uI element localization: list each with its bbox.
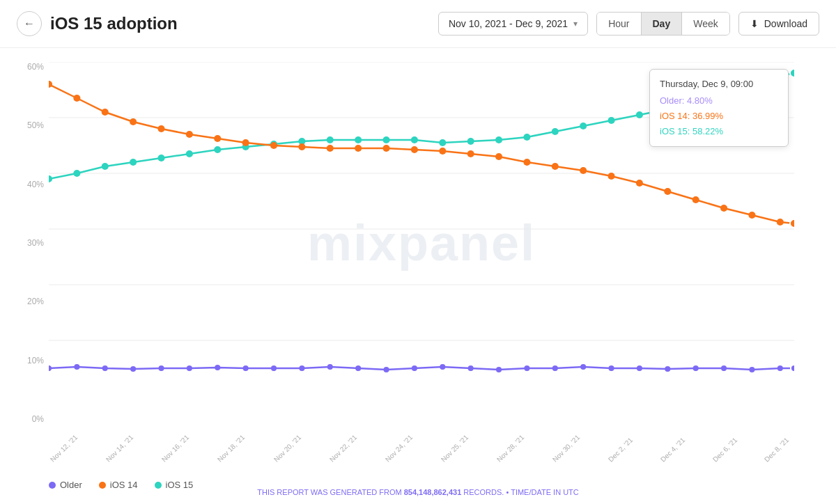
- svg-point-73: [440, 364, 445, 370]
- svg-point-51: [580, 167, 587, 174]
- svg-point-49: [523, 159, 530, 166]
- svg-point-68: [299, 365, 304, 371]
- svg-point-10: [186, 150, 193, 157]
- download-button[interactable]: ⬇ Download: [738, 12, 819, 36]
- svg-point-35: [130, 118, 137, 125]
- y-label-20: 20%: [10, 297, 44, 306]
- tooltip-ios14-value: 36.99%: [692, 111, 723, 121]
- x-label-4: Nov 20, '21: [272, 433, 302, 463]
- svg-point-69: [327, 364, 333, 370]
- x-label-7: Nov 25, '21: [440, 433, 470, 463]
- x-label-5: Nov 22, '21: [328, 433, 358, 463]
- x-label-3: Nov 18, '21: [216, 433, 246, 463]
- svg-point-17: [382, 136, 389, 143]
- svg-point-47: [467, 150, 474, 157]
- svg-point-85: [777, 365, 783, 371]
- x-label-11: Dec 4, '21: [659, 436, 686, 463]
- time-day-button[interactable]: Day: [642, 13, 683, 35]
- svg-point-64: [187, 365, 192, 371]
- svg-point-60: [74, 364, 79, 370]
- legend-ios15-label: iOS 15: [166, 480, 194, 490]
- svg-point-58: [777, 219, 784, 226]
- legend-older: Older: [49, 480, 82, 490]
- svg-point-6: [73, 170, 80, 177]
- svg-point-23: [552, 128, 559, 135]
- footer-post-text: RECORDS. • TIME/DATE IN UTC: [461, 488, 578, 496]
- svg-point-32: [790, 69, 794, 77]
- svg-point-82: [693, 365, 699, 371]
- older-dot: [49, 365, 52, 371]
- svg-point-81: [665, 366, 670, 372]
- x-label-1: Nov 14, '21: [104, 433, 134, 463]
- page-title: iOS 15 adoption: [50, 14, 430, 33]
- x-label-13: Dec 8, '21: [763, 436, 790, 463]
- x-label-10: Dec 2, '21: [607, 436, 634, 463]
- svg-point-45: [411, 146, 418, 153]
- svg-point-24: [580, 123, 587, 129]
- svg-point-52: [608, 173, 615, 180]
- chart-legend: Older iOS 14 iOS 15: [49, 480, 193, 490]
- y-label-60: 60%: [10, 62, 44, 72]
- date-range-button[interactable]: Nov 10, 2021 - Dec 9, 2021 ▾: [438, 12, 588, 36]
- svg-point-74: [468, 365, 474, 371]
- x-label-12: Dec 6, '21: [711, 436, 738, 463]
- y-label-30: 30%: [10, 238, 44, 248]
- time-week-button[interactable]: Week: [682, 13, 729, 35]
- chart-tooltip: Thursday, Dec 9, 09:00 Older: 4.80% iOS …: [649, 69, 789, 147]
- time-toggle-group: Hour Day Week: [596, 12, 730, 36]
- svg-point-59: [790, 219, 794, 228]
- legend-ios14: iOS 14: [99, 480, 138, 490]
- tooltip-ios15: iOS 15: 58.22%: [660, 124, 778, 139]
- y-label-50: 50%: [10, 120, 44, 130]
- svg-point-83: [721, 365, 727, 371]
- svg-point-16: [355, 136, 362, 143]
- svg-point-11: [214, 146, 221, 153]
- y-label-40: 40%: [10, 180, 44, 189]
- legend-older-label: Older: [60, 480, 82, 490]
- chart-container: 0% 10% 20% 30% 40% 50% 60% mixpanel: [0, 48, 836, 480]
- legend-ios14-label: iOS 14: [110, 480, 138, 490]
- svg-point-9: [157, 155, 164, 162]
- svg-point-53: [636, 180, 643, 187]
- svg-point-50: [552, 163, 559, 170]
- back-button[interactable]: ←: [17, 11, 42, 36]
- time-hour-button[interactable]: Hour: [597, 13, 641, 35]
- svg-point-37: [186, 131, 193, 138]
- svg-point-8: [130, 159, 137, 166]
- svg-point-19: [439, 139, 446, 146]
- svg-point-43: [355, 145, 362, 152]
- x-label-0: Nov 12, '21: [49, 433, 79, 463]
- x-axis: Nov 12, '21 Nov 14, '21 Nov 16, '21 Nov …: [49, 452, 794, 466]
- ios15-dot: [49, 175, 52, 182]
- svg-point-76: [524, 365, 529, 371]
- tooltip-ios15-value: 58.22%: [692, 126, 723, 136]
- svg-point-34: [102, 109, 109, 116]
- svg-point-26: [636, 111, 643, 118]
- svg-point-25: [608, 117, 615, 124]
- legend-ios14-dot: [99, 482, 106, 489]
- tooltip-ios15-label: iOS 15: [660, 126, 688, 136]
- x-label-8: Nov 28, '21: [495, 433, 525, 463]
- svg-point-57: [748, 212, 755, 219]
- footer-pre-text: THIS REPORT WAS GENERATED FROM: [257, 488, 403, 496]
- svg-point-72: [412, 365, 417, 371]
- tooltip-older: Older: 4.80%: [660, 93, 778, 109]
- svg-point-40: [270, 142, 277, 149]
- svg-point-70: [355, 365, 361, 371]
- svg-point-15: [327, 136, 334, 143]
- svg-point-61: [102, 365, 108, 371]
- footer-records: 854,148,862,431: [404, 488, 462, 496]
- svg-point-46: [439, 148, 446, 155]
- legend-older-dot: [49, 482, 56, 489]
- tooltip-older-label: Older: [660, 95, 682, 106]
- y-label-0: 0%: [10, 414, 44, 424]
- svg-point-42: [327, 145, 334, 152]
- svg-point-36: [157, 125, 164, 132]
- back-icon: ←: [24, 17, 35, 30]
- tooltip-older-value: 4.80%: [687, 95, 713, 106]
- tooltip-ios14: iOS 14: 36.99%: [660, 109, 778, 124]
- chevron-down-icon: ▾: [573, 19, 578, 29]
- svg-point-79: [609, 365, 614, 371]
- tooltip-ios14-label: iOS 14: [660, 111, 688, 121]
- y-label-10: 10%: [10, 356, 44, 365]
